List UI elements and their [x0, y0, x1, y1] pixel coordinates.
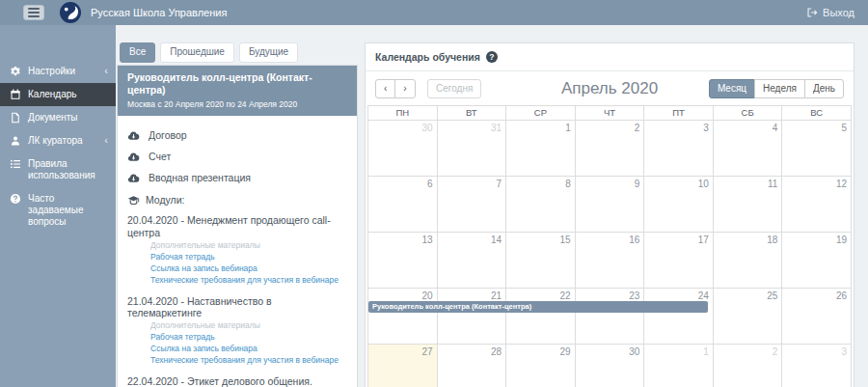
calendar-day-cell[interactable]: 2 [713, 345, 782, 387]
weekday-header: ПТ [644, 106, 714, 121]
course-panel-body: Договор Счет Вводная презентация Модули:… [118, 116, 357, 387]
module-item: 22.04.2020 - Этикет делового общения. Де… [127, 375, 347, 387]
calendar-day-cell[interactable]: 3 [644, 121, 714, 177]
help-icon[interactable]: ? [486, 51, 498, 63]
calendar-day-cell[interactable]: 4 [713, 121, 782, 177]
calendar-day-cell[interactable]: 30 [575, 345, 644, 387]
sidebar-item-calendar[interactable]: Календарь [0, 83, 116, 106]
calendar-day-cell[interactable]: 8 [506, 177, 576, 233]
calendar-day-cell[interactable]: 22 [506, 289, 576, 345]
calendar-day-cell[interactable]: 27 [368, 345, 438, 387]
sidebar-item-curator[interactable]: ЛК куратора ‹ [0, 129, 116, 152]
calendar-event[interactable]: Руководитель колл-центра (Контакт-центра… [368, 301, 708, 313]
module-title: 22.04.2020 - Этикет делового общения. Де… [127, 375, 347, 387]
module-title: 20.04.2020 - Менеджмент продающего call-… [127, 214, 347, 238]
module-link[interactable]: Ссылка на запись вебинара [150, 263, 347, 275]
calendar-day-cell[interactable]: 28 [437, 345, 506, 387]
calendar-day-cell[interactable]: 20 [368, 289, 438, 345]
calendar-day-cell[interactable]: 18 [713, 233, 782, 289]
tab-all[interactable]: Все [120, 42, 155, 63]
sidebar-item-rules[interactable]: Правила использования [0, 152, 116, 187]
calendar-week-row: 6789101112 [368, 177, 852, 233]
calendar-day-cell[interactable]: 7 [437, 177, 506, 233]
sidebar-item-label: Календарь [28, 89, 108, 100]
calendar-day-cell[interactable]: 17 [644, 233, 714, 289]
calendar-day-cell[interactable]: 10 [644, 177, 714, 233]
view-button-week[interactable]: Неделя [754, 79, 805, 98]
module-materials: Дополнительные материалы Рабочая тетрадь… [150, 240, 347, 287]
module-extra-materials-label: Дополнительные материалы [150, 240, 347, 252]
module-item: 21.04.2020 - Наставничество в телемаркет… [127, 295, 347, 367]
document-download-link[interactable]: Вводная презентация [127, 167, 347, 188]
calendar-day-cell[interactable]: 1 [506, 121, 576, 177]
calendar-day-cell[interactable]: 1 [644, 345, 714, 387]
calendar-day-cell[interactable]: 3 [782, 345, 852, 387]
document-label: Договор [149, 129, 187, 141]
calendar-day-cell[interactable]: 25 [713, 289, 782, 345]
module-link[interactable]: Ссылка на запись вебинара [150, 344, 347, 355]
calendar-day-cell[interactable]: 14 [437, 233, 506, 289]
view-button-month[interactable]: Месяц [709, 79, 755, 98]
document-label: Счет [149, 151, 171, 162]
sidebar-item-label: Правила использования [28, 158, 108, 181]
modules-header-label: Модули: [146, 194, 185, 206]
weekday-header: ВТ [437, 106, 506, 121]
calendar-day-cell[interactable]: 12 [782, 177, 852, 233]
calendar-day-cell[interactable]: 24 [644, 289, 714, 345]
calendar-day-cell[interactable]: 16 [575, 233, 644, 289]
calendar-day-cell[interactable]: 11 [713, 177, 782, 233]
calendar-day-cell[interactable]: 21 [437, 289, 506, 345]
calendar-day-cell[interactable]: 26 [782, 289, 852, 345]
sidebar: Настройки ‹ Календарь Документы ЛК курат… [0, 25, 116, 387]
sidebar-item-documents[interactable]: Документы [0, 106, 116, 129]
calendar-day-cell[interactable]: 5 [782, 121, 852, 177]
calendar-week-row: 303112345 [368, 121, 852, 177]
calendar-day-cell[interactable]: 6 [368, 177, 438, 233]
user-icon [10, 135, 21, 147]
logout-button[interactable]: Выход [806, 7, 854, 18]
company-logo [60, 2, 81, 23]
sidebar-item-faq[interactable]: Часто задаваемые вопросы [0, 187, 116, 234]
modules-header: Модули: [127, 194, 347, 206]
module-link[interactable]: Технические требования для участия в веб… [150, 275, 347, 287]
calendar-grid: ПНВТСРЧТПТСБВС 3031123456789101112131415… [367, 105, 852, 387]
document-icon [10, 112, 21, 124]
module-link[interactable]: Технические требования для участия в веб… [150, 355, 347, 367]
document-download-link[interactable]: Счет [127, 146, 347, 167]
weekday-header: ПН [368, 106, 438, 121]
question-icon [10, 193, 21, 205]
calendar-day-cell[interactable]: 30 [368, 121, 438, 177]
top-bar: Русская Школа Управления Выход [0, 0, 868, 25]
hamburger-menu-button[interactable] [23, 5, 44, 20]
weekday-header: ЧТ [575, 106, 644, 121]
sidebar-item-label: Настройки [28, 66, 97, 77]
chevron-left-icon: ‹ [104, 66, 108, 76]
calendar-day-cell[interactable]: 13 [368, 233, 438, 289]
course-header[interactable]: Руководитель колл-центра (Контакт-центра… [118, 66, 357, 116]
calendar-day-cell[interactable]: 19 [782, 233, 852, 289]
calendar-day-cell[interactable]: 15 [506, 233, 576, 289]
sidebar-item-label: ЛК куратора [28, 135, 97, 147]
course-filter-tabs: ВсеПрошедшиеБудущие [120, 42, 298, 63]
calendar-day-cell[interactable]: 29 [506, 345, 576, 387]
tab-past[interactable]: Прошедшие [160, 42, 234, 63]
module-link[interactable]: Рабочая тетрадь [150, 252, 347, 263]
calendar-day-cell[interactable]: 23 [575, 289, 644, 345]
calendar-day-cell[interactable]: 9 [575, 177, 644, 233]
module-item: 20.04.2020 - Менеджмент продающего call-… [127, 214, 347, 286]
module-materials: Дополнительные материалы Рабочая тетрадь… [150, 320, 347, 367]
module-title: 21.04.2020 - Наставничество в телемаркет… [127, 295, 347, 319]
calendar-day-cell[interactable]: 31 [437, 121, 506, 177]
course-dates: Москва с 20 Апреля 2020 по 24 Апреля 202… [127, 99, 347, 109]
document-download-link[interactable]: Договор [127, 124, 347, 146]
tab-future[interactable]: Будущие [239, 42, 298, 63]
chevron-left-icon: ‹ [104, 135, 108, 146]
weekday-header: ВС [782, 106, 852, 121]
calendar-day-cell[interactable]: 2 [575, 121, 644, 177]
module-link[interactable]: Рабочая тетрадь [150, 332, 347, 344]
sidebar-item-settings[interactable]: Настройки ‹ [0, 60, 116, 83]
calendar-header: Календарь обучения ? [366, 43, 854, 71]
document-list: Договор Счет Вводная презентация [127, 124, 347, 188]
calendar-week-row: 20212223242526 [368, 289, 852, 345]
view-button-day[interactable]: День [804, 79, 844, 98]
